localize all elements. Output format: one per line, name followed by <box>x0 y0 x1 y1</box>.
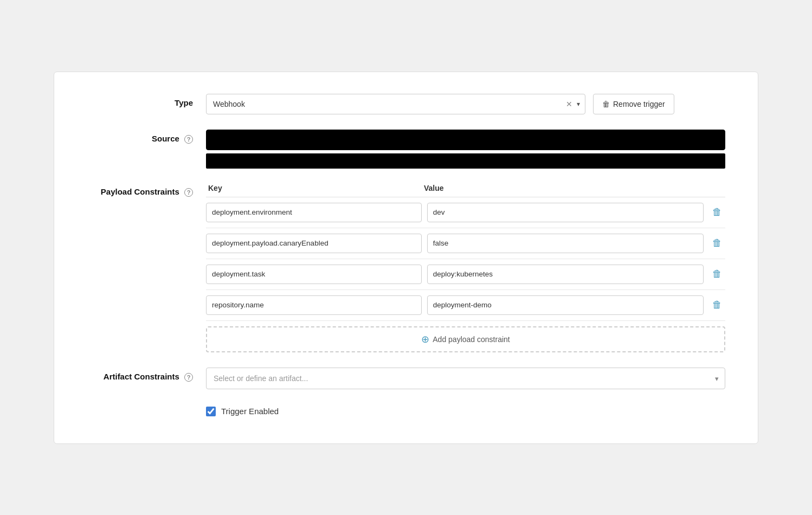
key-header: Key <box>206 184 422 192</box>
trigger-form: Type Webhook ✕ ▾ 🗑 Remove trigger Source… <box>54 72 758 444</box>
constraint-value-input[interactable] <box>427 203 704 222</box>
trigger-enabled-group: Trigger Enabled <box>206 404 725 416</box>
type-select-wrapper: Webhook ✕ ▾ <box>206 94 585 114</box>
add-payload-constraint-button[interactable]: ⊕ Add payload constraint <box>206 326 725 352</box>
constraint-value-input[interactable] <box>427 295 704 315</box>
constraint-key-input[interactable] <box>206 265 422 284</box>
remove-trigger-button[interactable]: 🗑 Remove trigger <box>593 94 674 114</box>
add-constraint-label: Add payload constraint <box>433 335 510 344</box>
trigger-enabled-content: Trigger Enabled <box>206 404 725 416</box>
source-content <box>206 130 725 169</box>
constraint-value-input[interactable] <box>427 234 704 253</box>
source-row: Source ? <box>87 130 725 169</box>
constraints-header: Key Value <box>206 184 725 197</box>
type-select[interactable]: Webhook <box>206 94 585 114</box>
constraint-key-input[interactable] <box>206 234 422 253</box>
trigger-enabled-row: Trigger Enabled <box>87 404 725 416</box>
constraint-row: 🗑 <box>206 228 725 259</box>
value-header: Value <box>422 184 701 192</box>
artifact-select[interactable] <box>206 368 725 389</box>
delete-constraint-button[interactable]: 🗑 <box>709 266 725 282</box>
source-help-icon: ? <box>184 135 193 144</box>
artifact-select-wrapper: ▾ Select or define an artifact... <box>206 368 725 389</box>
artifact-constraints-content: ▾ Select or define an artifact... <box>206 368 725 389</box>
constraint-key-input[interactable] <box>206 295 422 315</box>
source-input[interactable] <box>206 130 725 150</box>
payload-constraints-content: Key Value 🗑 🗑 <box>206 184 725 352</box>
remove-trigger-label: Remove trigger <box>613 100 665 108</box>
constraint-key-input[interactable] <box>206 203 422 222</box>
trash-icon: 🗑 <box>712 268 722 280</box>
source-label: Source ? <box>87 130 206 144</box>
trigger-enabled-label: Trigger Enabled <box>221 407 279 416</box>
constraint-row: 🗑 <box>206 197 725 228</box>
trash-icon: 🗑 <box>712 299 722 311</box>
delete-constraint-button[interactable]: 🗑 <box>709 235 725 251</box>
source-redacted-bar <box>206 153 725 169</box>
trigger-enabled-checkbox[interactable] <box>206 407 216 416</box>
payload-constraints-label: Payload Constraints ? <box>87 184 206 197</box>
artifact-constraints-label: Artifact Constraints ? <box>87 368 206 382</box>
constraint-value-input[interactable] <box>427 265 704 284</box>
trash-icon: 🗑 <box>602 100 610 108</box>
type-content: Webhook ✕ ▾ 🗑 Remove trigger <box>206 94 725 114</box>
trash-icon: 🗑 <box>712 237 722 249</box>
trash-icon: 🗑 <box>712 207 722 218</box>
type-row: Type Webhook ✕ ▾ 🗑 Remove trigger <box>87 94 725 114</box>
payload-constraints-row: Payload Constraints ? Key Value 🗑 <box>87 184 725 352</box>
delete-constraint-button[interactable]: 🗑 <box>709 204 725 220</box>
constraint-row: 🗑 <box>206 290 725 321</box>
delete-constraint-button[interactable]: 🗑 <box>709 297 725 313</box>
artifact-constraints-row: Artifact Constraints ? ▾ Select or defin… <box>87 368 725 389</box>
constraint-row: 🗑 <box>206 259 725 290</box>
artifact-constraints-help-icon: ? <box>184 373 193 382</box>
type-label: Type <box>87 94 206 107</box>
payload-constraints-help-icon: ? <box>184 188 193 197</box>
plus-circle-icon: ⊕ <box>421 334 429 344</box>
